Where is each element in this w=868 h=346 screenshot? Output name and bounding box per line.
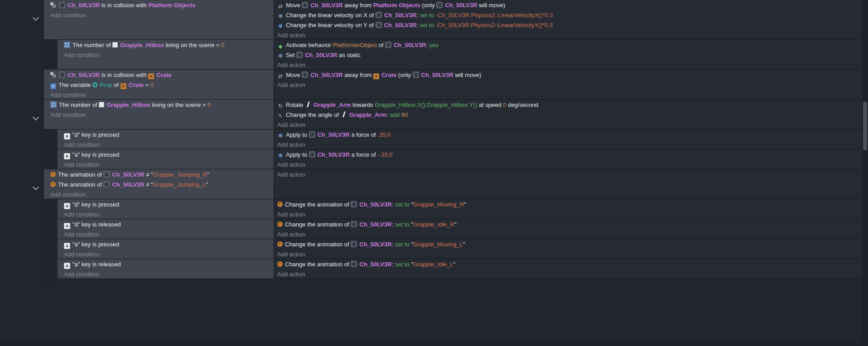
event-row[interactable]: "a" key is releasedAdd conditionChange t… [0,259,862,279]
event-row[interactable]: "d" key is pressedAdd conditionApply to … [0,130,862,149]
event-row[interactable]: The animation of Ch_50LV3R ≠ "Grapple_Ju… [0,169,862,199]
action-line[interactable]: Change the linear velocity on Y of Ch_50… [277,20,860,30]
action-line[interactable]: Change the animation of Ch_50LV3R: set t… [277,220,860,230]
actions-cell[interactable]: Change the animation of Ch_50LV3R: set t… [274,239,862,259]
add-condition-button[interactable]: Add condition [64,140,272,149]
action-line[interactable]: Move Ch_50LV3R away from Crate (only Ch_… [277,70,860,80]
animation-icon [277,202,283,207]
condition-line[interactable]: Ch_50LV3R is in collision with Crate [50,70,272,80]
action-line[interactable]: Change the animation of Ch_50LV3R: set t… [277,260,860,269]
instruction-text: away from [343,2,373,9]
string-parameter: Grapple_Moving_R [413,201,464,208]
conditions-cell[interactable]: The number of Grapple_Hitbox living on t… [44,100,274,130]
vertical-scrollbar-track[interactable] [862,0,868,346]
add-action-button[interactable]: Add action [277,30,860,40]
conditions-cell[interactable]: "d" key is pressedAdd condition [58,130,274,149]
add-action-button[interactable]: Add action [277,250,860,259]
add-action-button[interactable]: Add action [277,210,860,219]
conditions-cell[interactable]: "d" key is releasedAdd condition [58,219,274,239]
horizontal-scrollbar-track[interactable] [0,342,868,346]
key-icon [64,223,70,229]
add-condition-button[interactable]: Add condition [64,210,272,219]
add-action-button[interactable]: Add action [277,170,860,180]
event-row[interactable]: "a" key is pressedAdd conditionChange th… [0,239,862,259]
condition-line[interactable]: "d" key is pressed [64,200,272,210]
actions-cell[interactable]: Add action [274,169,862,199]
object-name: Ch_50LV3R [445,2,477,9]
add-action-button[interactable]: Add action [277,160,860,169]
vertical-scrollbar-thumb[interactable] [863,101,867,150]
object-name: Ch_50LV3R [318,131,350,138]
add-action-button[interactable]: Add action [277,269,860,279]
add-condition-button[interactable]: Add condition [64,269,272,279]
actions-cell[interactable]: Apply to Ch_50LV3R a force of -.35;0Add … [274,149,862,169]
action-line[interactable]: Move Ch_50LV3R away from Platform Object… [277,0,860,10]
actions-cell[interactable]: Change the animation of Ch_50LV3R: set t… [274,219,862,239]
condition-line[interactable]: The animation of Ch_50LV3R ≠ "Grapple_Ju… [50,170,272,180]
add-condition-button[interactable]: Add condition [50,10,272,20]
add-action-button[interactable]: Add action [277,60,860,70]
action-line[interactable]: Change the linear velocity on X of Ch_50… [277,10,860,20]
add-action-button[interactable]: Add action [277,120,860,130]
add-action-button[interactable]: Add action [277,230,860,239]
angle-icon [277,113,284,119]
actions-cell[interactable]: Rotate Grapple_Arm towards Grapple_Hitbo… [274,100,862,130]
conditions-cell[interactable]: The number of Grapple_Hitbox living on t… [58,40,274,70]
event-row[interactable]: Ch_50LV3R is in collision with CrateThe … [0,70,862,100]
condition-line[interactable]: The variable Prop of Crate = 0 [50,80,272,90]
add-condition-button[interactable]: Add condition [64,230,272,239]
crate-icon [373,73,379,79]
action-line[interactable]: Activate behavior PlatformerObject of Ch… [277,40,860,50]
event-row[interactable]: The number of Grapple_Hitbox living on t… [0,40,862,70]
event-row[interactable]: "d" key is releasedAdd conditionChange t… [0,219,862,239]
action-line[interactable]: Set Ch_50LV3R as static [277,50,860,60]
actions-cell[interactable]: Change the animation of Ch_50LV3R: set t… [274,259,862,279]
action-line[interactable]: Change the animation of Ch_50LV3R: set t… [277,200,860,210]
condition-line[interactable]: "a" key is pressed [64,240,272,250]
condition-line[interactable]: "d" key is released [64,220,272,230]
action-line[interactable]: Apply to Ch_50LV3R a force of -.35;0 [277,150,860,160]
conditions-cell[interactable]: "a" key is pressedAdd condition [58,239,274,259]
instruction-text: : [416,22,420,29]
actions-cell[interactable]: Apply to Ch_50LV3R a force of .35;0Add a… [274,130,862,149]
condition-line[interactable]: "d" key is pressed [64,130,272,140]
condition-line[interactable]: The number of Grapple_Hitbox living on t… [50,100,272,110]
action-line[interactable]: Apply to Ch_50LV3R a force of .35;0 [277,130,860,140]
add-condition-button[interactable]: Add condition [50,90,272,100]
add-condition-button[interactable]: Add condition [64,160,272,169]
action-line[interactable]: Change the animation of Ch_50LV3R: set t… [277,240,860,250]
object-name: Ch_50LV3R [359,201,391,208]
instruction-text: Set [286,52,296,58]
event-row[interactable]: "d" key is pressedAdd conditionChange th… [0,199,862,219]
conditions-cell[interactable]: The animation of Ch_50LV3R ≠ "Grapple_Ju… [44,169,274,199]
action-line[interactable]: Rotate Grapple_Arm towards Grapple_Hitbo… [277,100,860,110]
indent-spacer [0,130,58,149]
sprite-icon [302,2,308,8]
condition-line[interactable]: "a" key is pressed [64,150,272,160]
event-row[interactable]: Ch_50LV3R is in collision with Platform … [0,0,862,40]
conditions-cell[interactable]: Ch_50LV3R is in collision with CrateThe … [44,70,274,100]
add-condition-button[interactable]: Add condition [50,190,272,199]
sprite-icon [351,241,357,247]
condition-line[interactable]: The animation of Ch_50LV3R ≠ "Grapple_Ju… [50,180,272,190]
event-row[interactable]: The number of Grapple_Hitbox living on t… [0,100,862,130]
conditions-cell[interactable]: Ch_50LV3R is in collision with Platform … [44,0,274,40]
conditions-cell[interactable]: "a" key is pressedAdd condition [58,149,274,169]
add-condition-button[interactable]: Add condition [64,250,272,259]
event-row[interactable]: "a" key is pressedAdd conditionApply to … [0,149,862,169]
conditions-cell[interactable]: "a" key is releasedAdd condition [58,259,274,279]
action-line[interactable]: Change the angle of Grapple_Arm: add 90 [277,110,860,120]
object-name: Ch_50LV3R [359,221,391,228]
actions-cell[interactable]: Move Ch_50LV3R away from Crate (only Ch_… [274,70,862,100]
conditions-cell[interactable]: "d" key is pressedAdd condition [58,199,274,219]
condition-line[interactable]: Ch_50LV3R is in collision with Platform … [50,0,272,10]
actions-cell[interactable]: Activate behavior PlatformerObject of Ch… [274,40,862,70]
actions-cell[interactable]: Change the animation of Ch_50LV3R: set t… [274,199,862,219]
add-action-button[interactable]: Add action [277,80,860,90]
condition-line[interactable]: "a" key is released [64,260,272,269]
add-condition-button[interactable]: Add condition [50,110,272,120]
add-condition-button[interactable]: Add condition [64,50,272,60]
actions-cell[interactable]: Move Ch_50LV3R away from Platform Object… [274,0,862,40]
add-action-button[interactable]: Add action [277,140,860,149]
condition-line[interactable]: The number of Grapple_Hitbox living on t… [64,40,272,50]
